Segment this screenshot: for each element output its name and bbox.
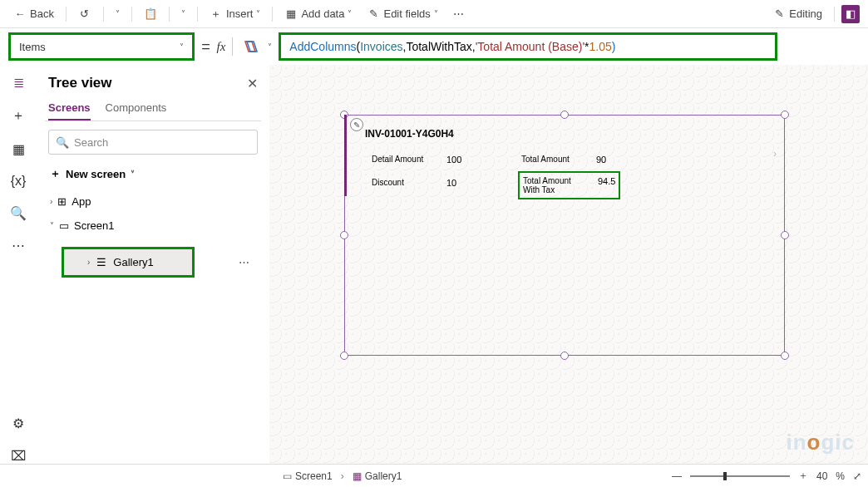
add-data-button[interactable]: ▦ Add data ˅ [279, 5, 357, 23]
paste-menu[interactable]: ˅ [176, 7, 190, 21]
zoom-out-button[interactable]: — [672, 470, 682, 482]
tools-rail-icon[interactable]: ⌧ [11, 448, 26, 464]
tab-components[interactable]: Components [106, 96, 167, 121]
arrow-left-icon: ← [13, 7, 27, 21]
formula-bar: Items ˅ = fx ˅ AddColumns( Invoices, Tot… [0, 28, 868, 65]
total-amount-label: Total Amount [521, 155, 583, 165]
chevron-down-icon: ˅ [348, 9, 352, 18]
formula-copilot-button[interactable] [239, 37, 261, 56]
property-dropdown[interactable]: Items ˅ [8, 32, 195, 61]
copilot-icon [242, 39, 259, 54]
tree-view-title: Tree view [48, 75, 112, 91]
search-placeholder: Search [74, 136, 108, 149]
separator [272, 7, 273, 22]
total-with-tax-value: 94.5 [598, 176, 615, 194]
fit-button[interactable]: ⤢ [853, 470, 861, 482]
app-icon: ⊞ [57, 195, 67, 208]
equals-sign: = [201, 38, 210, 56]
resize-handle[interactable] [340, 231, 348, 239]
chevron-down-icon: ˅ [116, 9, 120, 18]
formula-token-fn: AddColumns [289, 40, 356, 53]
editing-label: Editing [789, 7, 822, 20]
total-amount-value: 90 [596, 155, 606, 165]
invoice-id: INV-01001-Y4G0H4 [365, 128, 454, 140]
breadcrumb-screen[interactable]: ▭ Screen1 [283, 470, 333, 482]
tree-items: › ⊞ App ˅ ▭ Screen1 › ☰ Gallery1 [45, 189, 261, 283]
resize-handle[interactable] [781, 231, 789, 239]
tree-view-panel: Tree view ✕ Screens Components 🔍 Search … [37, 65, 269, 464]
more-rail-icon[interactable]: ⋯ [12, 238, 25, 253]
tree-search-input[interactable]: 🔍 Search [48, 130, 258, 155]
tree-row-screen1[interactable]: ˅ ▭ Screen1 [45, 214, 261, 238]
gallery-icon: ▦ [353, 470, 362, 482]
undo-button[interactable]: ↺ [73, 5, 96, 23]
formula-token-field: 'Total Amount (Base)' [476, 40, 584, 53]
plus-icon: ＋ [50, 166, 61, 181]
discount-label: Discount [372, 178, 433, 188]
separator [834, 7, 835, 22]
canvas[interactable]: ✎ › INV-01001-Y4G0H4 Detail Amount 100 T… [269, 65, 868, 464]
detail-amount-value: 100 [446, 155, 461, 165]
variables-rail-icon[interactable]: {x} [11, 174, 27, 189]
back-button[interactable]: ← Back [8, 5, 59, 23]
edit-fields-button[interactable]: ✎ Edit fields ˅ [362, 5, 442, 23]
chevron-down-icon: ˅ [181, 9, 185, 18]
data-rail-icon[interactable]: ▦ [12, 141, 25, 157]
tree-row-gallery1[interactable]: › ☰ Gallery1 [64, 249, 192, 275]
close-tree-button[interactable]: ✕ [247, 76, 258, 91]
tree-row-app[interactable]: › ⊞ App [45, 189, 261, 214]
chevron-right-icon: › [87, 258, 90, 267]
app-label: App [72, 195, 91, 208]
resize-handle[interactable] [781, 352, 789, 360]
insert-button[interactable]: ＋ Insert ˅ [205, 5, 266, 23]
resize-handle[interactable] [340, 352, 348, 360]
formula-token-number: 1.05 [589, 40, 612, 53]
chevron-down-icon: ˅ [131, 170, 135, 179]
top-toolbar: ← Back ↺ ˅ 📋 ˅ ＋ Insert ˅ ▦ Add data ˅ ✎… [0, 0, 868, 28]
copilot-icon: ◧ [846, 7, 856, 20]
gallery-control[interactable]: ✎ › INV-01001-Y4G0H4 Detail Amount 100 T… [344, 115, 785, 356]
clipboard-icon: 📋 [144, 7, 157, 21]
search-rail-icon[interactable]: 🔍 [10, 205, 27, 221]
edit-item-icon[interactable]: ✎ [350, 118, 363, 131]
pencil-icon: ✎ [772, 7, 786, 21]
chevron-down-icon[interactable]: ˅ [268, 42, 272, 52]
gallery1-label: Gallery1 [113, 256, 153, 268]
discount-value: 10 [446, 178, 456, 188]
separator [66, 7, 67, 22]
chevron-down-icon: ˅ [256, 9, 260, 18]
copilot-panel-button[interactable]: ◧ [841, 5, 860, 23]
new-screen-button[interactable]: ＋ New screen ˅ [45, 161, 261, 189]
zoom-in-button[interactable]: ＋ [798, 469, 808, 483]
zoom-slider[interactable] [690, 475, 790, 477]
new-screen-label: New screen [66, 168, 126, 180]
formula-input[interactable]: AddColumns( Invoices, TotalWithTax, 'Tot… [279, 32, 777, 61]
chevron-down-icon: ˅ [180, 42, 184, 52]
editing-mode-button[interactable]: ✎ Editing [767, 5, 827, 23]
breadcrumb-screen-label: Screen1 [295, 470, 333, 482]
separator [197, 7, 198, 22]
settings-rail-icon[interactable]: ⚙ [12, 416, 24, 431]
chevron-right-icon: › [773, 148, 777, 160]
tree-view-rail-icon[interactable]: ≣ [13, 75, 24, 91]
status-bar: ▭ Screen1 › ▦ Gallery1 — ＋ 40 % ⤢ [0, 464, 868, 487]
screen-icon: ▭ [59, 219, 69, 232]
plus-icon: ＋ [210, 7, 223, 21]
edit-fields-label: Edit fields [383, 7, 430, 20]
more-button[interactable]: ⋯ [448, 5, 469, 22]
tab-screens[interactable]: Screens [48, 96, 91, 121]
breadcrumb-gallery[interactable]: ▦ Gallery1 [353, 470, 402, 482]
tree-tabs: Screens Components [45, 96, 261, 121]
zoom-unit: % [836, 470, 845, 482]
row-more-button[interactable]: ⋯ [239, 256, 256, 268]
resize-handle[interactable] [560, 352, 569, 360]
separator [232, 37, 233, 56]
breadcrumb-gallery-label: Gallery1 [365, 470, 402, 482]
back-label: Back [30, 7, 54, 20]
chevron-down-icon: ˅ [50, 221, 54, 230]
total-with-tax-label: Total Amount With Tax [523, 176, 584, 194]
undo-menu[interactable]: ˅ [111, 7, 125, 21]
insert-rail-icon[interactable]: ＋ [12, 107, 25, 125]
gallery-item[interactable]: ✎ › INV-01001-Y4G0H4 Detail Amount 100 T… [344, 115, 785, 196]
paste-button[interactable]: 📋 [139, 5, 162, 23]
